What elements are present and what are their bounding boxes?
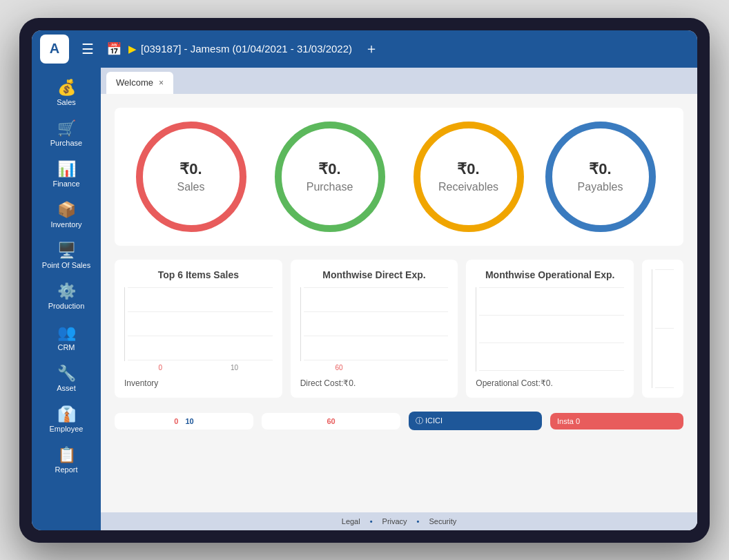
asset-icon: 🔧 — [57, 366, 76, 381]
add-tab-button[interactable]: ＋ — [364, 39, 378, 58]
circle-ring-sales: ₹0. Sales — [136, 122, 246, 232]
chart-title-top-items: Top 6 Items Sales — [124, 269, 273, 280]
chart-body-direct-exp: 60 — [300, 287, 449, 371]
sidebar-label-production: Production — [48, 302, 85, 311]
content-area: Welcome × ₹0. Sales — [101, 68, 697, 530]
circle-ring-payables: ₹0. Payables — [545, 122, 656, 232]
chart-line — [304, 287, 449, 288]
circle-ring-receivables: ₹0. Receivables — [414, 122, 524, 232]
footer-legal[interactable]: Legal — [342, 517, 360, 525]
bottom-card-4: Insta 0 — [550, 413, 683, 429]
chart-lines-partial — [652, 269, 674, 388]
circle-card-sales: ₹0. Sales — [128, 122, 253, 232]
sidebar-label-report: Report — [55, 465, 77, 474]
charts-row: Top 6 Items Sales 0 10 — [115, 260, 683, 398]
tab-welcome-label: Welcome — [116, 77, 153, 88]
sidebar-label-crm: CRM — [57, 343, 75, 352]
chart-line — [304, 360, 449, 360]
sidebar-label-employee: Employee — [50, 425, 84, 434]
sidebar-label-asset: Asset — [57, 384, 76, 393]
calendar-icon: 📅 — [106, 41, 122, 57]
bottom-card-2: 60 — [262, 413, 400, 429]
chart-line — [655, 269, 674, 270]
sidebar-item-production[interactable]: ⚙️ Production — [32, 277, 101, 318]
sidebar: 💰 Sales 🛒 Purchase 📊 Finance 📦 Inventory… — [32, 68, 101, 530]
chart-body-operational-exp — [476, 287, 624, 371]
purchase-amount: ₹0. — [318, 160, 340, 178]
chart-card-direct-exp: Monthwise Direct Exp. 60 — [291, 260, 458, 398]
chart-line — [128, 360, 273, 360]
tab-bar: Welcome × — [101, 68, 697, 94]
chart-line — [128, 336, 273, 336]
sidebar-item-finance[interactable]: 📊 Finance — [32, 155, 101, 195]
chart-line — [655, 387, 674, 388]
sidebar-item-inventory[interactable]: 📦 Inventory — [32, 195, 101, 236]
inventory-icon: 📦 — [57, 202, 76, 218]
chart-line — [304, 336, 449, 336]
play-icon: ▶ — [128, 43, 137, 55]
payables-label: Payables — [578, 181, 623, 193]
chart-card-operational-exp: Monthwise Operational Exp. Operational C… — [466, 260, 634, 398]
hamburger-button[interactable]: ☰ — [76, 38, 99, 60]
chart-lines-top-items — [124, 287, 273, 361]
chart-bottom-labels-top-items: 0 10 — [124, 364, 273, 371]
chart-lines-operational-exp — [476, 287, 624, 371]
screen: A ☰ 📅 ▶ [039187] - Jamesm (01/04/2021 - … — [32, 30, 697, 530]
summary-row: ₹0. Sales ₹0. Purchase ₹ — [115, 108, 683, 246]
sales-label: Sales — [177, 181, 204, 193]
bottom-partial-row: 0 10 60 ⓘ ICICI Insta 0 — [115, 409, 683, 434]
sidebar-label-finance: Finance — [52, 180, 79, 189]
device-frame: A ☰ 📅 ▶ [039187] - Jamesm (01/04/2021 - … — [19, 18, 710, 543]
chart-line — [128, 311, 273, 312]
sidebar-label-purchase: Purchase — [50, 139, 82, 148]
footer-privacy[interactable]: Privacy — [382, 517, 407, 525]
chart-bottom-labels-direct-exp: 60 — [300, 364, 449, 371]
tab-welcome[interactable]: Welcome × — [106, 72, 173, 94]
sidebar-label-pos: Point Of Sales — [42, 261, 90, 270]
receivables-amount: ₹0. — [457, 160, 479, 178]
tab-close-button[interactable]: × — [159, 78, 164, 88]
sales-amount: ₹0. — [179, 160, 202, 178]
purchase-icon: 🛒 — [57, 121, 76, 136]
circle-ring-purchase: ₹0. Purchase — [275, 122, 385, 232]
finance-icon: 📊 — [57, 162, 76, 177]
topbar: A ☰ 📅 ▶ [039187] - Jamesm (01/04/2021 - … — [32, 30, 697, 68]
chart-card-partial — [642, 260, 683, 398]
sidebar-item-crm[interactable]: 👥 CRM — [32, 318, 101, 359]
chart-line — [479, 370, 624, 371]
purchase-label: Purchase — [307, 181, 353, 193]
sidebar-item-report[interactable]: 📋 Report — [32, 441, 101, 481]
sales-icon: 💰 — [57, 80, 76, 95]
chart-footer-top-items: Inventory — [124, 378, 273, 388]
chart-card-top-items: Top 6 Items Sales 0 10 — [115, 260, 282, 398]
sidebar-item-pos[interactable]: 🖥️ Point Of Sales — [32, 236, 101, 277]
footer-dot-2: • — [417, 517, 420, 525]
bottom-card-1: 0 10 — [115, 413, 253, 429]
payables-amount: ₹0. — [589, 160, 611, 178]
chart-lines-direct-exp — [300, 287, 449, 361]
chart-footer-operational-exp: Operational Cost:₹0. — [476, 378, 624, 388]
chart-line — [479, 315, 624, 316]
footer-security[interactable]: Security — [429, 517, 456, 525]
sidebar-item-employee[interactable]: 👔 Employee — [32, 400, 101, 441]
chart-footer-direct-exp: Direct Cost:₹0. — [300, 378, 449, 388]
chart-line — [479, 287, 624, 288]
chart-title-direct-exp: Monthwise Direct Exp. — [300, 269, 449, 280]
chart-body-top-items: 0 10 — [124, 287, 273, 371]
sidebar-label-sales: Sales — [57, 98, 76, 107]
chart-line — [128, 287, 273, 288]
sidebar-item-asset[interactable]: 🔧 Asset — [32, 359, 101, 400]
production-icon: ⚙️ — [57, 284, 76, 299]
sidebar-label-inventory: Inventory — [50, 220, 81, 229]
sidebar-item-sales[interactable]: 💰 Sales — [32, 73, 101, 114]
employee-icon: 👔 — [57, 407, 76, 422]
main-layout: 💰 Sales 🛒 Purchase 📊 Finance 📦 Inventory… — [32, 68, 697, 530]
chart-line — [304, 311, 449, 312]
chart-line — [655, 328, 674, 329]
sidebar-item-purchase[interactable]: 🛒 Purchase — [32, 114, 101, 155]
bottom-card-3: ⓘ ICICI — [409, 412, 542, 430]
logo[interactable]: A — [40, 35, 69, 64]
pos-icon: 🖥️ — [57, 243, 76, 258]
footer-dot-1: • — [370, 517, 373, 525]
circle-card-receivables: ₹0. Receivables — [406, 122, 531, 232]
